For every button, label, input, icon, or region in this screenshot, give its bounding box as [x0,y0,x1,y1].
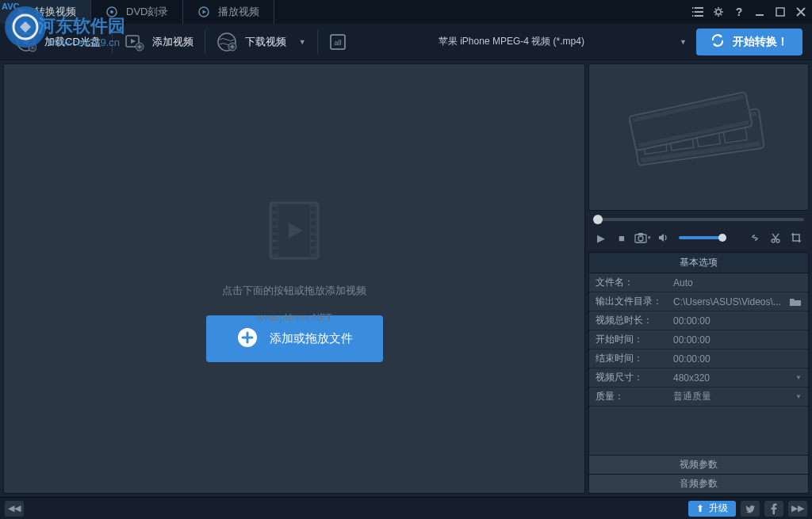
svg-rect-11 [756,14,764,16]
load-cd-button[interactable]: + 加载CD光盘 [5,24,112,60]
up-arrow-icon: ⬆ [696,503,704,514]
add-file-button[interactable]: 添加或拖放文件 [206,315,383,362]
download-icon [216,32,237,52]
tab-dvd[interactable]: DVD刻录 [91,0,183,24]
content-area[interactable]: www.pHome.NET 点击下面的按钮或拖放添加视频 添加或拖放文件 [3,63,585,494]
opt-total-duration: 视频总时长： 00:00:00 [589,311,808,330]
svg-rect-39 [311,250,316,254]
opt-output-dir: 输出文件目录： C:\Users\ASUS\Videos\... [589,292,808,311]
disc-icon [105,6,118,18]
opt-video-size[interactable]: 视频尺寸： 480x320▼ [589,368,808,387]
audio-params-header[interactable]: 音频参数 [589,474,808,493]
add-video-label: 添加视频 [152,35,193,49]
upgrade-button[interactable]: ⬆ 升级 [688,501,736,517]
svg-rect-32 [273,250,278,254]
cd-icon: + [16,32,36,52]
opt-start-time: 开始时间： 00:00:00 [589,330,808,349]
refresh-icon [710,33,725,50]
options-panel: 基本选项 文件名： Auto 输出文件目录： C:\Users\ASUS\Vid… [588,252,809,494]
chevron-down-icon: ▼ [680,38,687,46]
chevron-down-icon: ▼ [795,374,802,381]
add-video-icon [124,32,144,52]
profile-selector[interactable]: all 苹果 iPhone MPEG-4 视频 (*.mp4) ▼ [318,24,696,60]
tab-play-label: 播放视频 [218,5,259,19]
play-button[interactable]: ▶ [592,228,611,247]
hint-text: 点击下面的按钮或拖放添加视频 [222,284,366,298]
download-video-label: 下载视频 [245,35,286,49]
svg-rect-36 [311,228,316,232]
help-icon[interactable]: ? [731,4,747,20]
add-video-button[interactable]: 添加视频 [113,24,205,60]
facebook-button[interactable] [764,501,783,517]
svg-point-2 [110,10,113,13]
svg-rect-53 [638,233,643,235]
preview-panel [588,63,809,211]
film-reel-icon [619,90,778,185]
top-tabs: 转换视频 DVD刻录 播放视频 ? [0,0,812,24]
maximize-icon[interactable] [772,4,788,20]
toolbar: + 加载CD光盘 添加视频 下载视频 ▼ all 苹果 iPhone MPEG-… [0,24,812,60]
gear-icon[interactable] [710,4,726,20]
opt-quality[interactable]: 质量： 普通质量▼ [589,387,808,406]
main-area: www.pHome.NET 点击下面的按钮或拖放添加视频 添加或拖放文件 [0,60,812,497]
basic-options-header: 基本选项 [589,253,808,273]
plus-circle-icon [236,326,259,351]
volume-slider[interactable] [679,236,723,239]
tab-dvd-label: DVD刻录 [126,5,168,19]
snapshot-button[interactable]: ▾ [633,228,652,247]
chevron-down-icon: ▼ [795,393,802,400]
volume-icon[interactable] [653,228,672,247]
svg-rect-33 [311,207,316,211]
svg-rect-29 [273,228,278,232]
twitter-button[interactable] [741,501,760,517]
svg-rect-34 [311,214,316,218]
svg-rect-26 [273,207,278,211]
opt-filename: 文件名： Auto [589,273,808,292]
tab-convert[interactable]: 转换视频 [0,0,91,24]
svg-rect-31 [273,242,278,246]
collapse-right-button[interactable]: ▶▶ [788,501,807,517]
svg-point-8 [693,11,695,13]
profile-all-icon: all [327,32,348,52]
chevron-down-icon: ▼ [299,38,306,46]
svg-point-52 [638,236,643,241]
add-file-label: 添加或拖放文件 [270,331,353,346]
svg-rect-12 [776,8,784,16]
opt-end-time: 结束时间： 00:00:00 [589,349,808,368]
tab-play[interactable]: 播放视频 [183,0,274,24]
bottom-bar: ◀◀ ⬆ 升级 ▶▶ [0,497,812,519]
folder-icon[interactable] [789,296,802,307]
load-cd-label: 加载CD光盘 [44,35,101,49]
minimize-icon[interactable] [752,4,768,20]
play-icon [197,6,210,18]
svg-text:all: all [334,39,341,47]
download-video-button[interactable]: 下载视频 ▼ [205,24,317,60]
film-placeholder-icon [259,195,330,266]
collapse-left-button[interactable]: ◀◀ [5,501,24,517]
svg-rect-27 [273,214,278,218]
crop-icon[interactable] [787,228,806,247]
window-controls: ? [690,0,809,24]
svg-text:+: + [31,44,35,52]
svg-point-7 [693,7,695,9]
close-icon[interactable] [793,4,809,20]
svg-rect-35 [311,221,316,225]
seek-slider[interactable] [588,212,809,227]
start-convert-button[interactable]: 开始转换！ [696,29,802,55]
svg-point-14 [24,40,29,44]
convert-icon [14,6,27,18]
svg-point-10 [716,10,721,14]
start-label: 开始转换！ [733,35,788,49]
cut-icon[interactable] [766,228,785,247]
video-params-header[interactable]: 视频参数 [589,455,808,474]
sidebar: ▶ ■ ▾ 基本选项 文件名： Auto 输出文件目录： C:\Users\AS [588,63,809,494]
tab-convert-label: 转换视频 [35,5,76,19]
upgrade-label: 升级 [709,502,728,515]
link-icon[interactable] [745,228,764,247]
menu-icon[interactable] [690,4,706,20]
svg-rect-30 [273,235,278,239]
svg-rect-37 [311,235,316,239]
svg-point-9 [693,15,695,17]
svg-rect-38 [311,242,316,246]
stop-button[interactable]: ■ [612,228,631,247]
